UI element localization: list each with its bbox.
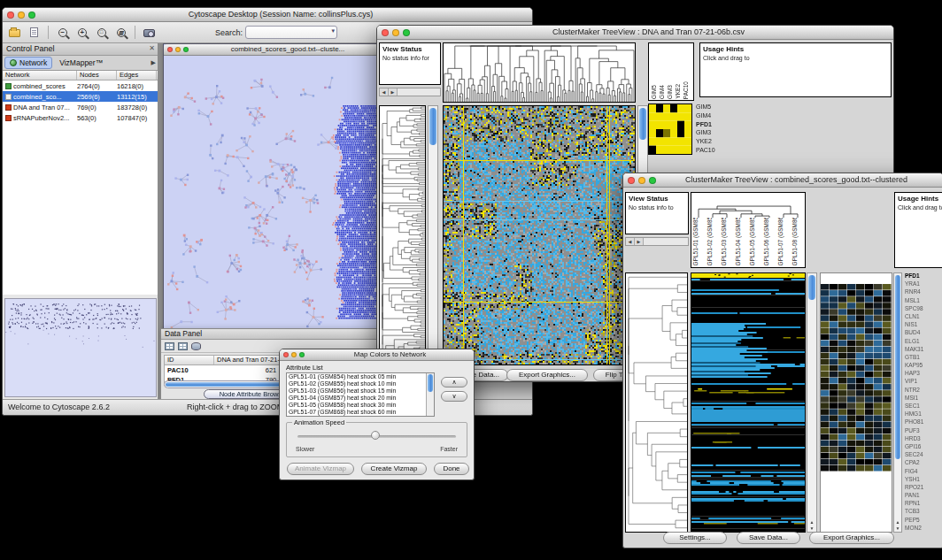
close-button[interactable] bbox=[382, 29, 389, 36]
gene-label[interactable]: CLN1 bbox=[905, 313, 942, 319]
zoom-out-button[interactable] bbox=[54, 24, 71, 41]
dendrogram-hscrollbar[interactable]: ◀▶ bbox=[625, 237, 689, 246]
gene-label[interactable]: MAK31 bbox=[905, 346, 942, 352]
gene-label[interactable]: PAN1 bbox=[905, 492, 942, 498]
minimize-button[interactable] bbox=[18, 12, 25, 19]
gene-label[interactable]: RPO21 bbox=[905, 484, 942, 490]
gene-label[interactable]: SEC1 bbox=[905, 403, 942, 409]
vertical-scrollbar[interactable] bbox=[426, 373, 434, 416]
row-dendrogram-canvas[interactable] bbox=[380, 106, 425, 364]
speed-slider-thumb[interactable] bbox=[371, 431, 380, 440]
scrollbar-thumb[interactable] bbox=[428, 374, 433, 392]
column-header[interactable]: Nodes bbox=[77, 71, 117, 80]
dialog-titlebar[interactable]: Map Colors to Network bbox=[280, 349, 474, 361]
network-list-row[interactable]: DNA and Tran 07...769(0)183728(0) bbox=[3, 102, 158, 112]
treeview-combined-titlebar[interactable]: ClusterMaker TreeView : combined_scores_… bbox=[623, 173, 942, 188]
attribute-item[interactable]: GPL51-02 (GSM855) heat shock 10 min bbox=[287, 380, 434, 387]
scroll-up-icon[interactable]: ▲ bbox=[894, 519, 901, 525]
network-list-row[interactable]: combined_scores2764(0)16218(0) bbox=[3, 81, 158, 91]
heatmap-canvas[interactable] bbox=[444, 106, 635, 364]
column-header[interactable]: Edges bbox=[117, 71, 157, 80]
done-button[interactable]: Done bbox=[434, 463, 469, 475]
move-up-button[interactable]: ∧ bbox=[441, 377, 467, 387]
minimize-button[interactable] bbox=[638, 177, 645, 184]
scroll-right-icon[interactable]: ▶ bbox=[635, 238, 644, 245]
gene-label[interactable]: SPC98 bbox=[905, 305, 942, 311]
network-list-row[interactable]: combined_sco...2569(6)13112(15) bbox=[3, 91, 158, 102]
column-label[interactable]: GPL51-08 (GSM868) bbox=[791, 218, 805, 265]
database-icon[interactable] bbox=[191, 342, 201, 350]
save-button[interactable] bbox=[26, 24, 42, 41]
attribute-item[interactable]: GPL51-07 (GSM868) heat shock 60 min bbox=[287, 409, 434, 416]
gene-label[interactable]: MSI1 bbox=[905, 395, 942, 401]
gene-label[interactable]: PFD1 bbox=[905, 272, 942, 279]
attribute-item[interactable]: GPL51-01 (GSM854) heat shock 05 min bbox=[287, 373, 434, 380]
column-label[interactable]: GPL51-01 (GSM854) bbox=[691, 218, 706, 265]
attribute-item[interactable]: GPL51-04 (GSM857) heat shock 20 min bbox=[287, 395, 434, 402]
close-button[interactable] bbox=[283, 352, 289, 357]
gene-label[interactable]: MON2 bbox=[905, 525, 942, 531]
column-dendrogram-canvas[interactable] bbox=[444, 43, 635, 102]
row-dendrogram-canvas[interactable] bbox=[626, 273, 687, 532]
minimize-button[interactable] bbox=[175, 47, 181, 52]
search-combobox[interactable]: ▾ bbox=[245, 26, 337, 39]
gene-label[interactable]: ELG1 bbox=[905, 338, 942, 344]
move-down-button[interactable]: ∨ bbox=[441, 391, 467, 402]
vertical-scrollbar[interactable]: ▲▼ bbox=[893, 272, 902, 533]
column-label[interactable]: GPL51-05 (GSM858) bbox=[748, 218, 762, 265]
create-vizmap-button[interactable]: Create Vizmap bbox=[361, 463, 427, 475]
tab-vizmapper[interactable]: VizMapper™ bbox=[54, 57, 108, 69]
close-button[interactable] bbox=[7, 12, 14, 19]
scrollbar-thumb[interactable] bbox=[639, 108, 646, 140]
zoom-window-button[interactable] bbox=[183, 47, 189, 52]
column-dendrogram-canvas[interactable] bbox=[691, 193, 805, 218]
gene-label[interactable]: HMG1 bbox=[905, 410, 942, 417]
scroll-up-icon[interactable]: ▲ bbox=[807, 519, 816, 525]
select-attributes-icon[interactable] bbox=[178, 342, 188, 350]
scroll-down-icon[interactable]: ▼ bbox=[807, 525, 816, 532]
heatmap-canvas[interactable] bbox=[691, 273, 805, 532]
column-header[interactable]: ID bbox=[165, 356, 214, 364]
gene-label[interactable]: SEC24 bbox=[905, 451, 942, 457]
gene-label[interactable]: VIP1 bbox=[905, 378, 942, 384]
gene-label[interactable]: KAP95 bbox=[905, 362, 942, 368]
network-graph-canvas[interactable] bbox=[164, 56, 385, 334]
network-list-row[interactable]: sRNAPuberNov2...563(0)107847(0) bbox=[3, 112, 158, 123]
zoom-region-button[interactable] bbox=[112, 24, 129, 41]
gene-label[interactable]: RNR4 bbox=[905, 288, 942, 295]
zoom-window-button[interactable] bbox=[649, 177, 656, 184]
save-data-button[interactable]: Save Data... bbox=[737, 532, 800, 544]
gene-label[interactable]: PHO81 bbox=[905, 418, 942, 425]
attribute-listbox[interactable]: GPL51-01 (GSM854) heat shock 05 minGPL51… bbox=[286, 372, 435, 417]
zoom-window-button[interactable] bbox=[28, 12, 35, 19]
scrollbar-thumb[interactable] bbox=[895, 275, 900, 459]
column-label[interactable]: GPL51-03 (GSM856) bbox=[720, 218, 734, 265]
zoom-window-button[interactable] bbox=[403, 29, 410, 36]
export-graphics-button[interactable]: Export Graphics... bbox=[809, 532, 894, 544]
row-label[interactable]: GIM4 bbox=[696, 112, 731, 119]
gene-label[interactable]: TCB3 bbox=[905, 508, 942, 514]
dendrogram-hscrollbar[interactable]: ◀▶ bbox=[379, 88, 441, 96]
minimize-button[interactable] bbox=[392, 29, 399, 36]
attribute-item[interactable]: GPL51-05 (GSM858) heat shock 30 min bbox=[287, 402, 434, 409]
gene-label[interactable]: NIS1 bbox=[905, 321, 942, 327]
column-label[interactable]: GIM4 bbox=[658, 85, 666, 99]
gene-label[interactable]: GPI16 bbox=[905, 443, 942, 449]
column-label[interactable]: GIM5 bbox=[650, 85, 658, 99]
scroll-right-icon[interactable]: ▶ bbox=[389, 88, 398, 96]
scroll-left-icon[interactable]: ◀ bbox=[626, 238, 635, 245]
gene-label[interactable]: BUD4 bbox=[905, 329, 942, 335]
row-label[interactable]: YKE2 bbox=[696, 138, 731, 144]
zoom-window-button[interactable] bbox=[299, 352, 305, 357]
scrollbar-thumb[interactable] bbox=[808, 275, 815, 300]
gene-label[interactable]: PUF3 bbox=[905, 427, 942, 433]
row-label[interactable]: PAC10 bbox=[696, 147, 731, 153]
row-label[interactable]: PFD1 bbox=[696, 121, 731, 127]
close-icon[interactable]: ✕ bbox=[149, 44, 155, 52]
close-button[interactable] bbox=[167, 47, 173, 52]
column-header[interactable]: Network bbox=[3, 71, 77, 80]
column-label[interactable]: YKE2 bbox=[674, 84, 682, 99]
column-label[interactable]: GIM3 bbox=[666, 85, 674, 99]
column-label[interactable]: GPL51-02 (GSM855) bbox=[706, 218, 720, 265]
gene-label[interactable]: PEP5 bbox=[905, 517, 942, 523]
